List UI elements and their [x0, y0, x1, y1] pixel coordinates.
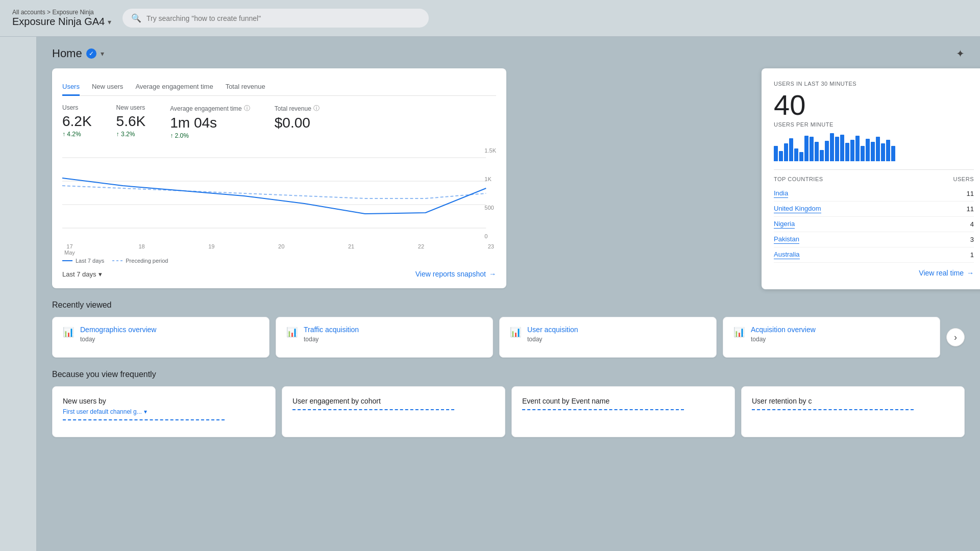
bar-19: [866, 139, 870, 161]
view-realtime-label: View real time: [919, 269, 964, 277]
bar-14: [840, 135, 844, 161]
carousel-next-button[interactable]: ›: [946, 328, 965, 346]
x-axis-labels: 17 May 18 19 20 21 22 23: [62, 243, 496, 256]
metric-users: Users 6.2K 4.2%: [62, 104, 92, 139]
title-dropdown-arrow[interactable]: ▾: [101, 49, 104, 58]
card-demographics[interactable]: 📊 Demographics overview today: [52, 317, 270, 358]
bar-22: [881, 143, 885, 161]
y-label-1k: 1K: [484, 176, 496, 182]
acquisition-overview-sub: today: [751, 336, 816, 343]
freq-card-engagement[interactable]: User engagement by cohort: [282, 386, 505, 437]
card-acquisition-overview[interactable]: 📊 Acquisition overview today: [723, 317, 940, 358]
customize-icon[interactable]: ✦: [956, 47, 965, 60]
view-reports-link[interactable]: View reports snapshot →: [415, 270, 496, 278]
country-row-australia: Australia 1: [774, 247, 974, 263]
freq-sub-new-users[interactable]: First user default channel g... ▾: [63, 408, 265, 415]
tab-total-revenue[interactable]: Total revenue: [226, 79, 265, 96]
count-uk: 11: [967, 205, 974, 213]
view-reports-label: View reports snapshot: [415, 270, 486, 278]
demographics-title[interactable]: Demographics overview: [80, 325, 156, 334]
acquisition-overview-title[interactable]: Acquisition overview: [751, 325, 816, 334]
freq-dashes-1: [63, 419, 225, 420]
user-acquisition-title[interactable]: User acquisition: [527, 325, 578, 334]
help-icon-engagement[interactable]: ⓘ: [244, 104, 250, 113]
sidebar: [0, 37, 37, 551]
country-india[interactable]: India: [774, 189, 788, 198]
metric-users-change: 4.2%: [62, 131, 92, 138]
legend-line-dashed: [112, 260, 122, 261]
count-australia: 1: [970, 251, 974, 259]
tabs-bar: Users New users Average engagement time …: [62, 79, 496, 96]
country-nigeria[interactable]: Nigeria: [774, 220, 795, 229]
main-layout: Home ✓ ▾ ✦ Users New users Average engag…: [0, 37, 980, 551]
rt-countries-header: TOP COUNTRIES USERS: [774, 176, 974, 182]
metric-engagement: Average engagement time ⓘ 1m 04s 2.0%: [170, 104, 250, 139]
bar-6: [799, 152, 803, 161]
traffic-content: Traffic acquisition today: [304, 325, 359, 343]
rt-divider: [774, 169, 974, 170]
user-acquisition-content: User acquisition today: [527, 325, 578, 343]
tab-new-users[interactable]: New users: [92, 79, 123, 96]
bar-1: [774, 146, 778, 161]
user-acquisition-sub: today: [527, 336, 578, 343]
acquisition-overview-content: Acquisition overview today: [751, 325, 816, 343]
y-label-1.5k: 1.5K: [484, 147, 496, 154]
country-pakistan[interactable]: Pakistan: [774, 235, 799, 244]
recently-viewed-section: Recently viewed 📊 Demographics overview …: [52, 300, 965, 358]
frequently-viewed-cards: New users by First user default channel …: [52, 386, 965, 437]
help-icon-revenue[interactable]: ⓘ: [313, 104, 320, 113]
legend-dashed: Preceding period: [112, 258, 168, 264]
x-label-19: 19: [208, 243, 214, 256]
search-input[interactable]: [146, 14, 420, 22]
metric-revenue-value: $0.00: [275, 115, 320, 131]
metric-users-label: Users: [62, 104, 92, 111]
frequently-viewed-section: Because you view frequently New users by…: [52, 370, 965, 437]
user-acquisition-icon: 📊: [510, 327, 521, 338]
page-title-area: Home ✓ ▾: [52, 47, 104, 60]
top-countries-label: TOP COUNTRIES: [774, 176, 823, 182]
traffic-title[interactable]: Traffic acquisition: [304, 325, 359, 334]
country-uk[interactable]: United Kingdom: [774, 205, 821, 213]
card-traffic-acquisition[interactable]: 📊 Traffic acquisition today: [276, 317, 493, 358]
freq-dropdown-arrow[interactable]: ▾: [144, 408, 147, 415]
view-realtime-link[interactable]: View real time →: [774, 269, 974, 277]
card-user-acquisition[interactable]: 📊 User acquisition today: [499, 317, 717, 358]
bar-10: [820, 150, 824, 161]
count-india: 11: [967, 190, 974, 197]
date-range-arrow: ▾: [99, 270, 102, 278]
bar-18: [861, 146, 865, 161]
analytics-realtime-container: Users New users Average engagement time …: [52, 68, 751, 288]
freq-dashes-4: [752, 409, 914, 410]
tab-avg-engagement[interactable]: Average engagement time: [135, 79, 213, 96]
metric-new-users-change: 3.2%: [116, 131, 146, 138]
freq-dashes-3: [522, 409, 684, 410]
tab-users[interactable]: Users: [62, 79, 80, 96]
search-bar[interactable]: 🔍: [122, 9, 429, 28]
search-icon: 🔍: [131, 13, 141, 23]
bar-2: [779, 151, 783, 161]
legend-solid-label: Last 7 days: [76, 258, 104, 264]
bar-8: [810, 137, 814, 161]
freq-card-event-count[interactable]: Event count by Event name: [511, 386, 735, 437]
x-label-23: 23: [488, 243, 494, 256]
metric-engagement-change: 2.0%: [170, 132, 250, 139]
account-section: All accounts > Exposure Ninja Exposure N…: [12, 9, 114, 28]
x-label-22: 22: [418, 243, 424, 256]
freq-card-new-users[interactable]: New users by First user default channel …: [52, 386, 276, 437]
y-label-0: 0: [484, 233, 496, 239]
breadcrumb: All accounts > Exposure Ninja: [12, 9, 114, 16]
card-footer: Last 7 days ▾ View reports snapshot →: [62, 270, 496, 278]
realtime-per-minute-label: USERS PER MINUTE: [774, 121, 974, 128]
legend-line-solid: [62, 260, 72, 261]
country-australia[interactable]: Australia: [774, 251, 800, 259]
freq-card-retention[interactable]: User retention by c: [741, 386, 965, 437]
date-range-selector[interactable]: Last 7 days ▾: [62, 270, 102, 278]
status-check-icon: ✓: [86, 48, 96, 59]
account-name-dropdown[interactable]: Exposure Ninja GA4 ▾: [12, 16, 114, 28]
bar-9: [815, 142, 819, 161]
page-title: Home: [52, 47, 82, 60]
country-row-nigeria: Nigeria 4: [774, 217, 974, 232]
header-actions: ✦: [956, 47, 965, 60]
account-dropdown-arrow: ▾: [108, 18, 111, 26]
bar-13: [835, 137, 839, 161]
